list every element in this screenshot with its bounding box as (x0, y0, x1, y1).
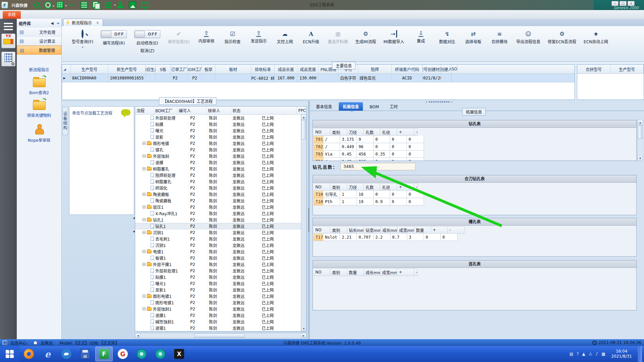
start-modify-toggle[interactable]: OFF (134, 30, 160, 38)
cancel-button[interactable]: 取消(Z) (140, 48, 154, 53)
tree-column-header[interactable]: 状态 (231, 107, 297, 114)
toolbar-button[interactable]: 内部审核 (197, 30, 216, 46)
toolbar-button[interactable]: 导出流程信息 (516, 30, 540, 46)
close-button[interactable]: × (628, 1, 635, 6)
toolbar-button[interactable]: ECN升级 (302, 30, 320, 46)
tree-row[interactable]: 图形电镀1 P2 陈剑 龙敦远 已上网 (135, 293, 306, 299)
column-header[interactable]: 孔数 (364, 183, 380, 191)
quick-launch-icon[interactable] (117, 1, 124, 9)
column-header[interactable]: 类别 (330, 268, 347, 276)
scroll-up-icon[interactable]: ▲ (638, 120, 643, 125)
tree-row[interactable]: 碱性蚀刻1 P2 陈剑 龙敦远 已上网 (135, 318, 306, 325)
column-header[interactable]: 成品长度 (275, 65, 298, 73)
toolbar-button[interactable]: 重选开料图 (328, 30, 348, 46)
tree-column-header[interactable]: 核审人 (207, 107, 231, 114)
column-header[interactable]: 成宽mm (380, 268, 397, 276)
write-process-toggle[interactable]: OFF (101, 30, 127, 38)
column-header[interactable]: 钻长mm (347, 226, 364, 234)
tree-row[interactable]: 陶瓷磨板 P2 陈剑 龙敦远 已上网 (135, 191, 306, 197)
column-header[interactable]: 类别 (330, 183, 347, 191)
column-header[interactable]: NO (314, 183, 330, 191)
column-header[interactable]: BOM工厂 (188, 65, 202, 73)
column-header[interactable]: 刀径 (347, 183, 364, 191)
tree-row[interactable]: 外层干膜1 P2 陈剑 龙敦远 已上网 (135, 261, 306, 267)
tree-row[interactable]: 电镀1 P2 陈剑 龙敦远 已上网 (135, 248, 306, 255)
scroll-right-icon[interactable]: ▶ (301, 333, 306, 338)
quick-launch-icon[interactable] (129, 1, 136, 9)
info-center-label[interactable]: 信息中心 (10, 340, 26, 346)
scroll-left-icon[interactable]: ◀ (135, 333, 141, 338)
tree-row[interactable]: 图形电镀1 P2 陈剑 龙敦远 已上网 (135, 299, 306, 306)
column-header[interactable]: NO (314, 226, 330, 234)
toolbar-button[interactable]: 集成 (412, 30, 430, 46)
tab-close-icon[interactable]: × (96, 20, 99, 25)
scroll-up-icon[interactable]: ▲ (301, 115, 306, 120)
tree-horizontal-scrollbar[interactable]: ◀ ▶ (135, 333, 307, 338)
tree-row[interactable]: 板镀1 P2 陈剑 龙敦远 已上网 (135, 255, 306, 261)
column-header[interactable]: 生产型号 (71, 65, 108, 73)
detail-tab[interactable]: BOM (366, 103, 383, 111)
quick-launch-icon[interactable] (141, 2, 148, 8)
column-header[interactable]: 成品宽度 (298, 65, 319, 73)
tree-row[interactable]: 树脂塞孔 P2 陈剑 龙敦远 已上网 (135, 178, 306, 185)
tree-row[interactable]: 贴膜1 P2 陈剑 龙敦远 已上网 (135, 274, 306, 280)
tree-column-header[interactable]: 编写人 (177, 107, 207, 114)
tree-row[interactable]: 外层前处理1 P2 陈剑 龙敦远 已上网 (135, 267, 306, 274)
tree-row[interactable]: 退膜1 P2 陈剑 龙敦远 已上网 (135, 312, 306, 318)
tray-icon[interactable]: ▤ (570, 352, 573, 356)
toolbar-button[interactable]: 文控上网 (275, 30, 294, 46)
taskbar-app-button[interactable] (152, 347, 169, 361)
tab-device-structure[interactable]: 设备结构 (62, 107, 68, 135)
tree-column-header[interactable]: 流程 (135, 107, 154, 114)
column-header[interactable]: 孔径 (380, 183, 397, 191)
drill-total-field[interactable]: 3465 (340, 163, 416, 170)
detail-tab[interactable]: 工时 (386, 102, 402, 111)
table-row[interactable]: ▶ 8ACID00HA010010800061655P2P2IPC-6012 Ⅱ… (62, 74, 575, 82)
tree-row[interactable]: 镀孔 P2 陈剑 龙敦远 已上网 (135, 146, 306, 153)
library-shortcut[interactable]: Bom查询2 (17, 78, 61, 95)
scroll-thumb[interactable] (638, 125, 642, 139)
column-header[interactable]: 验收标准 (251, 65, 275, 73)
tree-row[interactable]: 显影1 P2 陈剑 龙敦远 已上网 (135, 287, 306, 293)
toolbar-button[interactable]: ECN自动上网 (584, 30, 608, 46)
tree-row[interactable]: 树脂塞孔 P2 陈剑 龙敦远 已上网 (135, 166, 306, 172)
column-header[interactable]: 数量 (414, 226, 431, 234)
column-header[interactable]: 新生产型号 (108, 65, 146, 73)
column-header[interactable]: 板厚 (202, 65, 215, 73)
hamburger-menu-icon[interactable] (4, 23, 13, 30)
quick-launch-icon[interactable] (80, 1, 88, 9)
yx-module-button[interactable]: YX (1, 34, 15, 48)
tree-column-header[interactable]: PPC (297, 107, 306, 114)
tray-icon[interactable]: ▦ (601, 352, 605, 356)
column-header[interactable]: 成长mm (381, 226, 397, 234)
column-header[interactable]: 升级前旧生产型号 (146, 65, 156, 73)
tree-row[interactable]: 曝光 P2 陈剑 龙敦远 已上网 (135, 127, 306, 134)
expand-toggle-icon[interactable] (143, 167, 146, 170)
column-header[interactable]: 创建人 (441, 65, 451, 73)
expand-toggle-icon[interactable] (143, 218, 146, 221)
expand-toggle-icon[interactable] (143, 263, 146, 266)
column-header[interactable]: 成宽mm (397, 226, 414, 234)
tray-icon[interactable]: ▲ (582, 352, 585, 356)
drill-table-scrollbar[interactable]: ▲ ▼ (637, 120, 643, 161)
column-header[interactable]: 孔数 (364, 128, 380, 136)
library-shortcut[interactable]: 新流程指示 (17, 61, 61, 72)
taskbar-app-button[interactable]: e (39, 347, 56, 361)
minimize-button[interactable]: ─ (611, 1, 619, 6)
tree-vertical-scrollbar[interactable]: ▲ ▼ (301, 115, 306, 331)
scroll-down-icon[interactable]: ▼ (301, 326, 306, 331)
column-header[interactable]: 成长mm (364, 268, 380, 276)
info-center-icon[interactable] (3, 341, 7, 345)
start-button[interactable] (0, 346, 19, 362)
table-row[interactable]: T01 / 3.175 9 0 0 0 (314, 136, 636, 143)
table-row[interactable]: T17 Nslot 2.21 0.707 2.2 0.7 3 0 0 (314, 234, 636, 241)
quick-launch-icon[interactable] (93, 1, 100, 9)
column-header[interactable]: - (414, 128, 418, 136)
column-header[interactable]: 型号创建时间 (423, 65, 441, 73)
column-header[interactable]: - (414, 268, 418, 276)
column-header[interactable]: 类别 (330, 226, 347, 234)
column-header[interactable]: 订单工厂 (171, 65, 188, 73)
table-row[interactable]: T04 / 0.49 218 0 0 0 (314, 158, 636, 161)
tree-row[interactable]: 层压1 P2 陈剑 龙敦远 已上网 (135, 204, 306, 210)
taskbar-app-button[interactable] (58, 347, 75, 361)
